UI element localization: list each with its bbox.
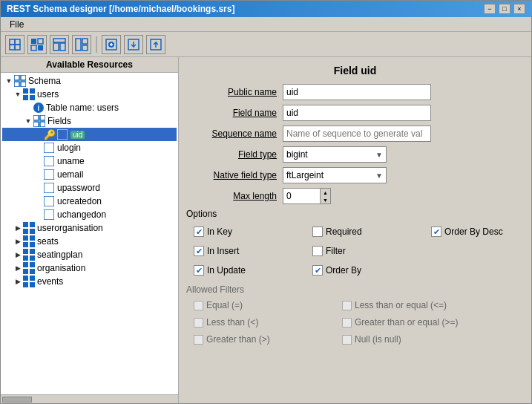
expand-events[interactable]: ▶ bbox=[13, 276, 23, 287]
public-name-input[interactable] bbox=[283, 84, 431, 100]
maximize-button[interactable]: □ bbox=[499, 4, 510, 14]
spin-down-button[interactable]: ▼ bbox=[321, 196, 330, 203]
svg-rect-51 bbox=[23, 255, 28, 261]
tree-node-seats[interactable]: ▶ seats bbox=[2, 235, 177, 248]
allowed-filters-title: Allowed Filters bbox=[186, 284, 524, 295]
toolbar-grid3-button[interactable] bbox=[72, 35, 91, 54]
tree-scrollbar-h[interactable] bbox=[1, 394, 178, 403]
svg-rect-47 bbox=[23, 242, 28, 247]
expand-seatingplan[interactable]: ▶ bbox=[13, 250, 23, 260]
minimize-button[interactable]: − bbox=[484, 4, 496, 14]
svg-rect-50 bbox=[30, 249, 35, 254]
order-by-checkbox[interactable]: ✔ bbox=[312, 265, 323, 276]
svg-rect-41 bbox=[23, 222, 28, 227]
svg-rect-38 bbox=[44, 183, 54, 193]
svg-rect-32 bbox=[33, 122, 39, 127]
expand-seats[interactable]: ▶ bbox=[13, 236, 23, 247]
gte-checkbox[interactable] bbox=[342, 318, 352, 328]
field-name-input[interactable] bbox=[283, 105, 431, 121]
expand-users[interactable]: ▼ bbox=[13, 89, 23, 100]
svg-rect-39 bbox=[44, 196, 54, 206]
in-key-checkbox[interactable]: ✔ bbox=[194, 227, 204, 237]
tree-node-uchangedon[interactable]: ▶ uchangedon bbox=[2, 208, 177, 221]
svg-rect-28 bbox=[23, 95, 28, 100]
svg-rect-49 bbox=[23, 249, 28, 254]
uemail-label: uemail bbox=[57, 169, 83, 180]
toolbar-import-button[interactable] bbox=[146, 35, 165, 54]
tree-node-ucreatedon[interactable]: ▶ ucreatedon bbox=[2, 195, 177, 208]
tree-node-uid[interactable]: ▶ 🔑 uid bbox=[2, 128, 177, 141]
close-button[interactable]: × bbox=[513, 4, 525, 14]
scrollbar-thumb[interactable] bbox=[2, 397, 32, 403]
uchangedon-label: uchangedon bbox=[57, 209, 106, 220]
import-icon bbox=[149, 38, 162, 51]
in-update-checkbox[interactable]: ✔ bbox=[194, 265, 204, 276]
tree-node-schema[interactable]: ▼ Schema bbox=[2, 74, 177, 88]
expand-fields[interactable]: ▼ bbox=[23, 116, 33, 126]
toolbar-grid1-button[interactable] bbox=[27, 35, 47, 54]
tree-node-upassword[interactable]: ▶ upassword bbox=[2, 181, 177, 195]
equal-checkbox[interactable] bbox=[194, 301, 203, 310]
tree-container[interactable]: ▼ Schema ▼ bbox=[1, 73, 178, 394]
fields-icon bbox=[33, 115, 45, 127]
tree-node-uname[interactable]: ▶ uname bbox=[2, 154, 177, 168]
expand-schema[interactable]: ▼ bbox=[4, 76, 14, 86]
svg-rect-23 bbox=[21, 75, 26, 80]
svg-rect-1 bbox=[15, 39, 20, 45]
tree-node-ulogin[interactable]: ▶ ulogin bbox=[2, 141, 177, 154]
equal-label: Equal (=) bbox=[206, 300, 243, 310]
field-type-select[interactable]: bigint ▼ bbox=[283, 146, 387, 163]
tree-node-tablename[interactable]: ▶ i Table name: users bbox=[2, 101, 177, 114]
toolbar-resource-button[interactable] bbox=[102, 35, 121, 54]
spin-up-button[interactable]: ▲ bbox=[321, 189, 330, 196]
export-icon bbox=[127, 38, 140, 51]
tree-node-events[interactable]: ▶ events bbox=[2, 275, 177, 288]
sequence-name-row: Sequence name bbox=[186, 126, 524, 142]
option-order-by-desc: ✔ Order By Desc bbox=[431, 224, 531, 240]
events-icon bbox=[23, 276, 35, 287]
svg-rect-56 bbox=[30, 269, 35, 274]
toolbar-grid2-button[interactable] bbox=[50, 35, 69, 54]
upassword-field-icon bbox=[44, 183, 54, 193]
sequence-name-input[interactable] bbox=[283, 126, 431, 142]
null-checkbox[interactable] bbox=[342, 335, 352, 345]
lt-checkbox[interactable] bbox=[194, 318, 203, 328]
svg-rect-54 bbox=[30, 262, 35, 267]
required-checkbox[interactable] bbox=[312, 227, 323, 237]
in-key-label: In Key bbox=[207, 227, 232, 237]
filter-gt: Greater than (>) bbox=[194, 332, 342, 347]
gt-checkbox[interactable] bbox=[194, 335, 203, 345]
max-length-value: 0 bbox=[283, 188, 320, 204]
spin-buttons: ▲ ▼ bbox=[320, 188, 331, 204]
tree-node-userorganisation[interactable]: ▶ userorganisation bbox=[2, 221, 177, 235]
userorganisation-label: userorganisation bbox=[37, 223, 103, 233]
native-field-type-select[interactable]: ftLargeint ▼ bbox=[283, 167, 387, 183]
in-insert-checkbox[interactable]: ✔ bbox=[194, 246, 204, 256]
menu-file[interactable]: File bbox=[4, 18, 30, 31]
tree-node-fields[interactable]: ▼ Fields bbox=[2, 114, 177, 128]
tree-node-users[interactable]: ▼ users bbox=[2, 88, 177, 101]
userorganisation-icon bbox=[23, 222, 35, 234]
tree-node-uemail[interactable]: ▶ uemail bbox=[2, 168, 177, 181]
options-section: Options ✔ In Key Required ✔ Order By Des… bbox=[186, 209, 524, 278]
lte-checkbox[interactable] bbox=[342, 301, 352, 310]
uname-label: uname bbox=[57, 156, 85, 166]
filter-equal: Equal (=) bbox=[194, 298, 342, 313]
tree-node-organisation[interactable]: ▶ organisation bbox=[2, 261, 177, 275]
svg-rect-13 bbox=[82, 45, 88, 50]
toolbar-export-button[interactable] bbox=[124, 35, 143, 54]
seats-label: seats bbox=[37, 236, 59, 247]
filter-checkbox[interactable] bbox=[312, 246, 323, 256]
svg-rect-4 bbox=[31, 39, 36, 44]
toolbar-new-button[interactable] bbox=[5, 35, 24, 54]
public-name-label: Public name bbox=[186, 87, 283, 97]
expand-organisation[interactable]: ▶ bbox=[13, 263, 23, 273]
svg-rect-9 bbox=[53, 43, 59, 50]
tree-node-seatingplan[interactable]: ▶ seatingplan bbox=[2, 248, 177, 261]
panel-title: Available Resources bbox=[1, 57, 178, 73]
order-by-desc-checkbox[interactable]: ✔ bbox=[431, 227, 441, 237]
svg-rect-8 bbox=[53, 39, 65, 42]
in-update-label: In Update bbox=[207, 265, 246, 276]
svg-rect-22 bbox=[14, 75, 19, 80]
expand-userorganisation[interactable]: ▶ bbox=[13, 223, 23, 233]
